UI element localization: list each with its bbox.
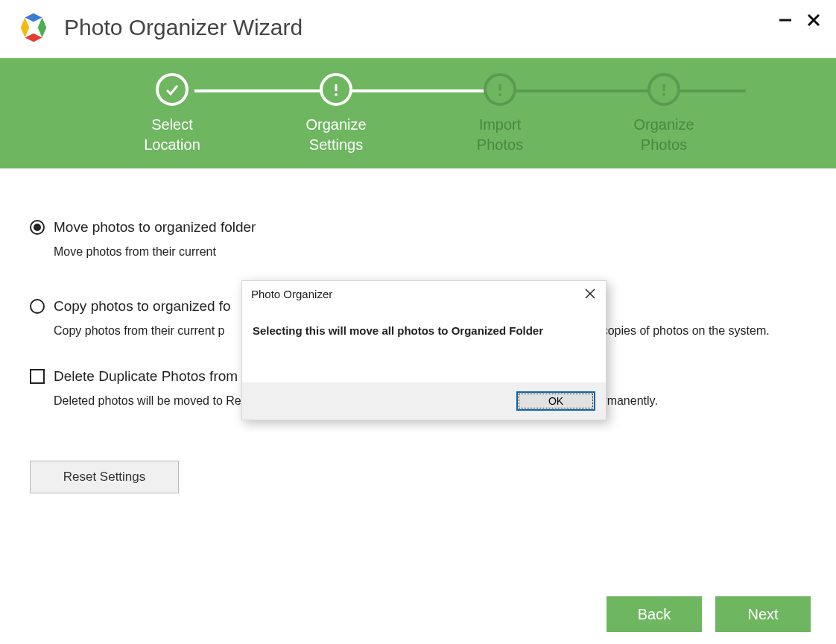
dialog-ok-button[interactable]: OK	[516, 391, 595, 411]
step-label: Import Photos	[477, 115, 523, 155]
next-button[interactable]: Next	[715, 596, 811, 632]
option-move-head[interactable]: Move photos to organized folder	[30, 219, 806, 236]
step-import-photos: Import Photos	[418, 73, 582, 155]
option-copy-title: Copy photos to organized fo	[54, 298, 231, 315]
confirmation-dialog: Photo Organizer Selecting this will move…	[241, 280, 607, 420]
close-button[interactable]	[806, 13, 821, 28]
wizard-footer: Back Next	[0, 596, 836, 644]
dialog-message: Selecting this will move all photos to O…	[242, 306, 606, 344]
svg-point-8	[662, 93, 665, 96]
exclamation-icon	[484, 73, 516, 106]
radio-move[interactable]	[30, 220, 45, 235]
app-title: Photo Organizer Wizard	[64, 15, 303, 40]
step-label: Organize Settings	[305, 115, 366, 155]
wizard-stepper: Select Location Organize Settings Import…	[0, 58, 836, 168]
back-button[interactable]: Back	[607, 596, 702, 632]
dialog-titlebar: Photo Organizer	[242, 281, 606, 306]
exclamation-icon	[320, 73, 352, 106]
title-left: Photo Organizer Wizard	[16, 10, 303, 45]
dialog-title-text: Photo Organizer	[251, 288, 332, 300]
dialog-close-button[interactable]	[583, 287, 597, 300]
option-move-desc: Move photos from their current	[54, 243, 799, 261]
step-label: Select Location	[144, 115, 200, 155]
step-organize-photos: Organize Photos	[582, 73, 746, 155]
step-organize-settings: Organize Settings	[254, 73, 418, 155]
option-move-title: Move photos to organized folder	[54, 219, 256, 236]
svg-point-6	[498, 93, 501, 96]
dialog-footer: OK	[242, 382, 606, 420]
app-logo-icon	[16, 10, 51, 45]
title-bar: Photo Organizer Wizard	[0, 0, 836, 58]
check-icon	[156, 73, 189, 106]
step-select-location: Select Location	[90, 73, 254, 155]
exclamation-icon	[647, 73, 680, 106]
minimize-button[interactable]	[778, 13, 793, 28]
step-row: Select Location Organize Settings Import…	[90, 73, 746, 168]
reset-settings-button[interactable]: Reset Settings	[30, 461, 179, 493]
checkbox-delete-duplicates[interactable]	[30, 369, 45, 384]
radio-copy[interactable]	[30, 299, 45, 314]
step-label: Organize Photos	[633, 115, 694, 155]
window-controls	[778, 13, 821, 28]
svg-point-4	[335, 93, 338, 96]
option-move: Move photos to organized folder Move pho…	[30, 219, 806, 261]
